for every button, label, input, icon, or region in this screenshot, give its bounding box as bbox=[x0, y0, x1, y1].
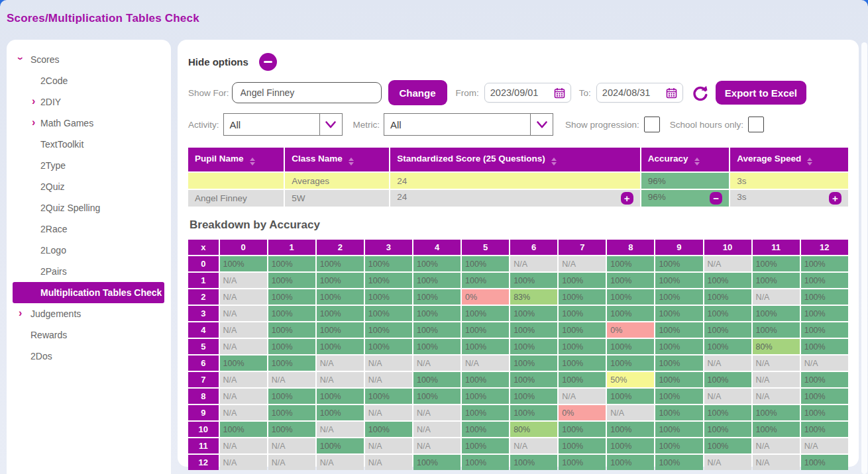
grid-cell-1x11: 100% bbox=[753, 273, 800, 288]
to-label: To: bbox=[579, 88, 591, 98]
sort-down-arrow bbox=[250, 162, 255, 166]
filter-row-1: Show For: Change From: 2023/09/01 To: bbox=[188, 80, 848, 105]
table-row-averages: Averages2496%3s bbox=[188, 173, 848, 189]
sidebar-item-rewards[interactable]: Rewards bbox=[7, 324, 171, 346]
grid-cell-7x10: 100% bbox=[704, 372, 751, 387]
grid-cell-4x4: 100% bbox=[413, 322, 461, 338]
grid-cell-7x11: N/A bbox=[753, 372, 800, 387]
from-date-field[interactable]: 2023/09/01 bbox=[484, 83, 571, 103]
grid-cell-0x11: 100% bbox=[753, 256, 800, 271]
sidebar: ›Scores2Code›2DIY›Math GamesTextToolkit2… bbox=[7, 40, 171, 474]
grid-row-header-5: 5 bbox=[188, 339, 219, 354]
expand-plus-button[interactable]: + bbox=[621, 192, 633, 205]
sidebar-item-multiplication-tables-check[interactable]: Multiplication Tables Check bbox=[13, 282, 164, 303]
sidebar-item-2diy[interactable]: ›2DIY bbox=[7, 91, 171, 113]
grid-cell-9x5: 100% bbox=[462, 405, 509, 420]
grid-cell-1x2: 100% bbox=[317, 273, 364, 288]
grid-cell-8x7: N/A bbox=[559, 389, 606, 404]
show-progression-checkbox[interactable] bbox=[644, 117, 660, 132]
sidebar-item-label: 2Quiz bbox=[40, 181, 65, 192]
grid-cell-3x8: 100% bbox=[607, 306, 654, 321]
results-header-row: Pupil NameClass NameStandardized Score (… bbox=[188, 148, 848, 171]
hide-options-button[interactable] bbox=[259, 53, 277, 71]
grid-cell-12x2: N/A bbox=[317, 455, 364, 470]
grid-cell-6x3: N/A bbox=[365, 356, 412, 371]
to-date-field[interactable]: 2024/08/31 bbox=[596, 83, 683, 103]
sort-icon bbox=[807, 158, 812, 166]
grid-cell-3x7: 100% bbox=[559, 306, 606, 321]
school-hours-checkbox[interactable] bbox=[748, 117, 764, 132]
export-to-excel-button[interactable]: Export to Excel bbox=[716, 81, 806, 105]
column-header-standardized-score-25-questions[interactable]: Standardized Score (25 Questions) bbox=[390, 148, 639, 171]
column-header-label: Pupil Name bbox=[195, 154, 244, 164]
column-header-pupil-name[interactable]: Pupil Name bbox=[188, 148, 284, 171]
grid-cell-4x1: 100% bbox=[268, 322, 315, 338]
sort-icon bbox=[694, 158, 700, 166]
sidebar-item-2code[interactable]: 2Code bbox=[7, 70, 171, 91]
metric-select[interactable]: All bbox=[384, 113, 553, 136]
grid-cell-5x12: 100% bbox=[801, 339, 848, 354]
column-header-label: Accuracy bbox=[648, 154, 688, 164]
chevron-right-icon: › bbox=[19, 308, 22, 318]
expand-plus-button[interactable]: + bbox=[829, 192, 841, 205]
grid-column-header-6: 6 bbox=[510, 240, 557, 255]
breakdown-body: 0100%100%100%100%100%100%N/AN/A100%100%N… bbox=[188, 256, 848, 470]
grid-cell-4x3: 100% bbox=[365, 322, 412, 338]
grid-cell-9x6: 100% bbox=[510, 405, 557, 420]
sort-down-arrow bbox=[551, 162, 557, 166]
sidebar-item-judgements[interactable]: ›Judgements bbox=[7, 303, 171, 324]
grid-cell-1x12: 100% bbox=[801, 273, 848, 288]
grid-row-4: 4N/A100%100%100%100%100%100%100%0%100%10… bbox=[188, 322, 848, 338]
sidebar-item-label: TextToolkit bbox=[40, 139, 83, 150]
grid-cell-1x4: 100% bbox=[413, 273, 461, 288]
sort-icon bbox=[349, 158, 354, 166]
calendar-icon[interactable] bbox=[666, 87, 677, 99]
grid-cell-3x5: 100% bbox=[462, 306, 509, 321]
grid-cell-4x5: 100% bbox=[462, 322, 509, 338]
sidebar-item-texttoolkit[interactable]: TextToolkit bbox=[7, 134, 171, 155]
grid-cell-9x4: N/A bbox=[413, 405, 461, 420]
grid-row-header-1: 1 bbox=[188, 273, 219, 288]
grid-cell-6x10: N/A bbox=[704, 356, 751, 371]
refresh-icon[interactable] bbox=[691, 84, 709, 102]
grid-cell-5x8: 100% bbox=[607, 339, 654, 354]
chevron-down-icon bbox=[319, 114, 342, 135]
grid-column-header-2: 2 bbox=[317, 240, 364, 255]
grid-cell-10x9: 100% bbox=[655, 422, 702, 437]
speed-cell: 3s bbox=[730, 173, 848, 189]
change-button[interactable]: Change bbox=[388, 80, 447, 105]
sidebar-item-2type[interactable]: 2Type bbox=[7, 155, 171, 176]
grid-cell-9x0: N/A bbox=[220, 405, 267, 420]
sidebar-item-2quiz-spelling[interactable]: 2Quiz Spelling bbox=[7, 197, 171, 218]
grid-cell-6x4: N/A bbox=[413, 356, 461, 371]
sidebar-item-2race[interactable]: 2Race bbox=[7, 218, 171, 240]
column-header-average-speed[interactable]: Average Speed bbox=[730, 148, 848, 171]
calendar-icon[interactable] bbox=[554, 87, 565, 99]
sidebar-item-label: 2Pairs bbox=[40, 266, 67, 277]
sidebar-item-2quiz[interactable]: 2Quiz bbox=[7, 176, 171, 197]
grid-cell-2x6: 83% bbox=[510, 289, 557, 305]
sidebar-item-2logo[interactable]: 2Logo bbox=[7, 240, 171, 261]
grid-cell-0x12: 100% bbox=[801, 256, 848, 271]
grid-cell-1x5: 100% bbox=[462, 273, 509, 288]
sidebar-item-2dos[interactable]: 2Dos bbox=[7, 346, 171, 367]
sidebar-item-math-games[interactable]: ›Math Games bbox=[7, 113, 171, 134]
sidebar-item-label: 2Code bbox=[40, 75, 68, 86]
grid-cell-5x6: 100% bbox=[510, 339, 557, 354]
grid-row-11: 11N/AN/A100%N/AN/A100%N/A100%100%100%100… bbox=[188, 438, 848, 453]
speed-cell: +3s bbox=[730, 190, 848, 207]
sidebar-item-label: 2Dos bbox=[30, 351, 52, 361]
scrollbar[interactable] bbox=[861, 42, 867, 474]
grid-cell-6x6: 100% bbox=[510, 356, 557, 371]
grid-cell-6x9: 100% bbox=[655, 356, 702, 371]
show-for-input[interactable] bbox=[232, 82, 382, 103]
breakdown-title: Breakdown by Accuracy bbox=[190, 218, 848, 232]
sidebar-item-2pairs[interactable]: 2Pairs bbox=[7, 261, 171, 282]
column-header-class-name[interactable]: Class Name bbox=[285, 148, 389, 171]
activity-select[interactable]: All bbox=[223, 113, 343, 136]
collapse-minus-button[interactable]: − bbox=[710, 192, 722, 205]
grid-cell-9x3: N/A bbox=[365, 405, 412, 420]
sidebar-item-scores[interactable]: ›Scores bbox=[7, 49, 171, 70]
column-header-accuracy[interactable]: Accuracy bbox=[641, 148, 729, 171]
grid-cell-10x2: N/A bbox=[317, 422, 364, 437]
